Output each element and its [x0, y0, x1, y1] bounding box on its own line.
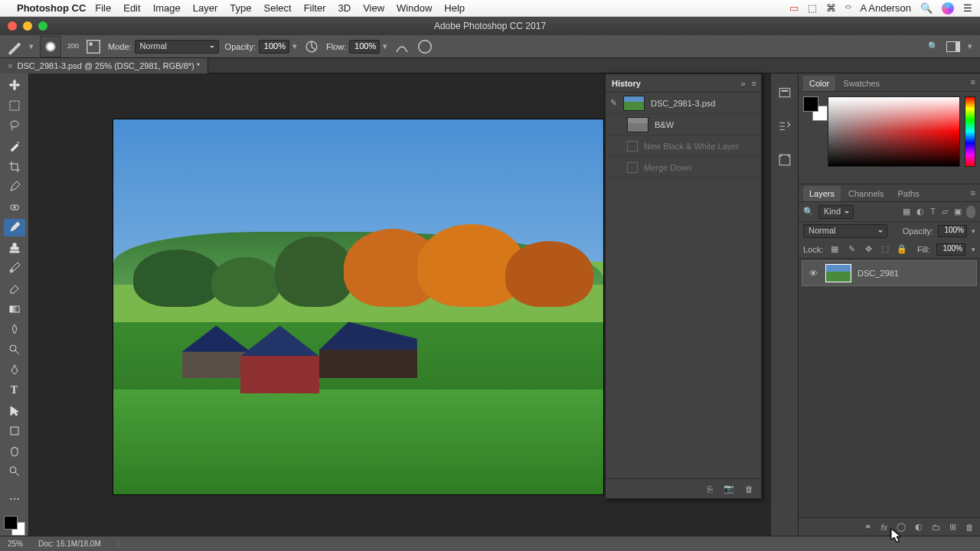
lasso-tool[interactable] [4, 117, 25, 135]
history-source-row[interactable]: ✎ DSC_2981-3.psd [606, 93, 761, 114]
history-panel-icon[interactable] [776, 84, 793, 101]
menu-edit[interactable]: Edit [123, 2, 140, 14]
layer-opacity-input[interactable]: 100% [938, 225, 967, 237]
shape-tool[interactable] [4, 422, 25, 440]
flow-caret-icon[interactable]: ▾ [383, 41, 387, 51]
layer-fx-icon[interactable]: fx [880, 523, 887, 532]
layer-mask-icon[interactable]: ◯ [897, 522, 906, 532]
tab-channels[interactable]: Channels [842, 186, 890, 201]
move-tool[interactable] [4, 77, 25, 94]
history-tab[interactable]: History [612, 79, 641, 88]
layer-fill-caret-icon[interactable]: ▾ [972, 246, 975, 253]
layer-row[interactable]: 👁 DSC_2981 [802, 260, 977, 286]
layer-filter-kind[interactable]: Kind [818, 205, 854, 219]
crop-tool[interactable] [4, 158, 25, 175]
adjustment-layer-icon[interactable]: ◐ [915, 522, 923, 532]
layer-visibility-icon[interactable]: 👁 [807, 269, 819, 278]
foreground-swatch[interactable] [4, 516, 18, 530]
history-source-row[interactable]: B&W [606, 114, 761, 135]
search-icon[interactable]: 🔍 [928, 41, 939, 52]
tool-caret-icon[interactable]: ▾ [29, 41, 34, 51]
lock-transparent-icon[interactable]: ▦ [829, 244, 840, 255]
layer-opacity-caret-icon[interactable]: ▾ [972, 227, 975, 235]
edit-toolbar-icon[interactable]: ⋯ [4, 491, 25, 508]
color-swatches[interactable] [4, 516, 25, 536]
document-tab[interactable]: × DSC_2981-3.psd @ 25% (DSC_2981, RGB/8*… [0, 58, 208, 73]
history-step-row[interactable]: Merge Down [606, 157, 761, 178]
wand-tool[interactable] [4, 138, 25, 155]
tab-layers[interactable]: Layers [803, 186, 841, 201]
new-snapshot-icon[interactable]: 📷 [724, 484, 734, 494]
color-panel-swatches[interactable] [803, 96, 823, 116]
tab-swatches[interactable]: Swatches [837, 76, 886, 91]
brush-preview[interactable] [40, 36, 61, 57]
document-canvas[interactable] [113, 119, 603, 494]
layer-group-icon[interactable]: 🗀 [932, 523, 940, 532]
airbrush-icon[interactable] [394, 38, 410, 55]
opacity-caret-icon[interactable]: ▾ [292, 41, 297, 51]
spotlight-icon[interactable]: 🔍 [920, 2, 933, 14]
zoom-window-button[interactable] [38, 21, 47, 31]
tv-icon[interactable]: ▭ [789, 2, 799, 14]
flow-input[interactable]: 100% [349, 40, 380, 54]
close-window-button[interactable] [8, 21, 17, 31]
pressure-size-icon[interactable] [416, 38, 433, 55]
filter-pixel-icon[interactable]: ▦ [903, 207, 910, 217]
layer-blend-mode-select[interactable]: Normal [803, 224, 887, 238]
cp-foreground-swatch[interactable] [803, 96, 818, 112]
workspace-switcher-icon[interactable] [946, 41, 960, 52]
history-step-row[interactable]: New Black & White Layer [606, 135, 761, 157]
link-layers-icon[interactable]: ⚭ [864, 522, 871, 532]
properties-panel-icon[interactable] [776, 152, 793, 168]
path-select-tool[interactable] [4, 402, 25, 419]
brush-tool[interactable] [4, 219, 25, 236]
menu-3d[interactable]: 3D [338, 2, 351, 14]
menu-select[interactable]: Select [263, 2, 291, 14]
type-tool[interactable]: T [4, 382, 25, 399]
new-document-from-state-icon[interactable]: ⎘ [707, 484, 713, 494]
workspace-caret-icon[interactable]: ▾ [968, 41, 972, 52]
search-layers-icon[interactable]: 🔍 [803, 207, 814, 217]
lock-artboard-icon[interactable]: ⬚ [880, 244, 890, 255]
pressure-opacity-icon[interactable] [303, 38, 320, 55]
delete-layer-icon[interactable]: 🗑 [965, 523, 974, 532]
minimize-window-button[interactable] [23, 21, 32, 31]
delete-state-icon[interactable]: 🗑 [745, 484, 753, 494]
lock-pixels-icon[interactable]: ✎ [846, 244, 857, 255]
layer-fill-input[interactable]: 100% [936, 243, 965, 256]
cc-icon[interactable]: ⌘ [826, 2, 836, 14]
filter-adjust-icon[interactable]: ◐ [916, 207, 924, 217]
layers-panel-menu-icon[interactable]: ≡ [971, 188, 975, 197]
collapse-panel-icon[interactable]: » [740, 79, 745, 88]
lock-all-icon[interactable]: 🔒 [897, 244, 907, 255]
close-tab-icon[interactable]: × [8, 61, 12, 70]
healing-tool[interactable] [4, 198, 25, 216]
gradient-tool[interactable] [4, 300, 25, 318]
dodge-tool[interactable] [4, 341, 25, 359]
dropbox-icon[interactable]: ⬚ [808, 2, 817, 14]
pen-tool[interactable] [4, 361, 25, 379]
menu-view[interactable]: View [363, 2, 384, 14]
stamp-tool[interactable] [4, 240, 25, 257]
history-brush-tool[interactable] [4, 259, 25, 277]
menu-layer[interactable]: Layer [193, 2, 218, 14]
menu-window[interactable]: Window [397, 2, 432, 14]
hand-tool[interactable] [4, 442, 25, 460]
doc-info[interactable]: Doc: 16.1M/18.0M [38, 540, 101, 548]
menu-file[interactable]: File [95, 2, 111, 14]
opacity-input[interactable]: 100% [259, 40, 289, 54]
history-panel-menu-icon[interactable]: ≡ [752, 79, 756, 88]
status-chevron-icon[interactable]: 〉 [116, 539, 124, 549]
menu-image[interactable]: Image [153, 2, 181, 14]
hue-strip[interactable] [965, 96, 975, 167]
layer-thumbnail[interactable] [825, 264, 851, 282]
menu-type[interactable]: Type [230, 2, 251, 14]
layer-filter-toggle[interactable] [966, 206, 975, 218]
filter-type-icon[interactable]: T [930, 207, 936, 217]
menu-filter[interactable]: Filter [304, 2, 326, 14]
tab-color[interactable]: Color [803, 76, 835, 91]
color-panel-menu-icon[interactable]: ≡ [971, 77, 975, 86]
history-brush-source-icon[interactable]: ✎ [610, 98, 617, 108]
blend-mode-select[interactable]: Normal [135, 40, 219, 54]
color-spectrum[interactable] [828, 96, 960, 167]
